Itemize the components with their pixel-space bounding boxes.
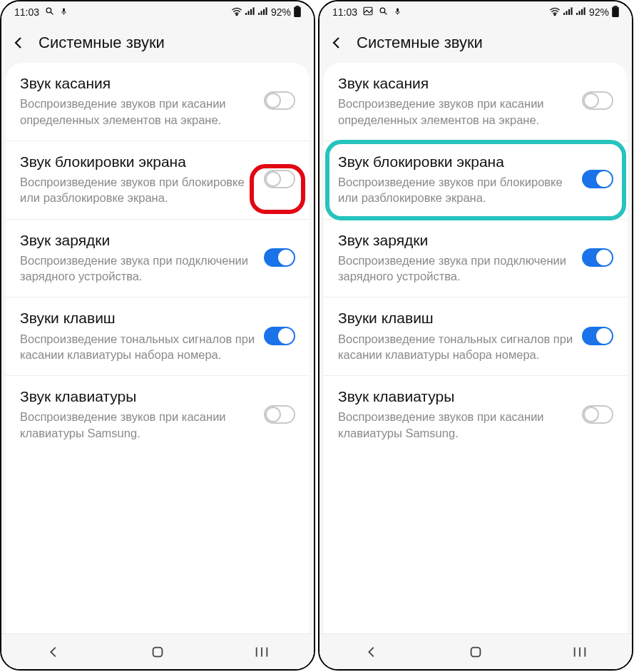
gallery-icon (363, 6, 373, 18)
signal-icon (245, 6, 255, 18)
setting-desc: Воспроизведение звука при подключении за… (338, 253, 573, 285)
svg-rect-14 (294, 6, 301, 16)
setting-charging-sound[interactable]: Звук зарядки Воспроизведение звука при п… (6, 220, 310, 298)
setting-touch-sound[interactable]: Звук касания Воспроизведение звуков при … (324, 63, 628, 141)
setting-title: Звук блокировки экрана (338, 153, 573, 171)
setting-keyboard-sound[interactable]: Звук клавиатуры Воспроизведение звуков п… (324, 376, 628, 454)
setting-title: Звук клавиатуры (338, 387, 573, 406)
svg-rect-28 (571, 7, 572, 15)
svg-rect-6 (247, 11, 249, 15)
back-button[interactable] (10, 34, 27, 51)
back-button[interactable] (328, 34, 345, 51)
search-icon (45, 6, 54, 18)
setting-dialpad-sound[interactable]: Звуки клавиш Воспроизведение тональных с… (324, 297, 628, 376)
wifi-icon (549, 6, 561, 18)
nav-recents-icon[interactable] (572, 646, 588, 658)
setting-desc: Воспроизведение звуков при касании опред… (338, 96, 573, 128)
nav-recents-icon[interactable] (254, 646, 270, 658)
status-bar: 11:03 92% (1, 1, 314, 23)
toggle-keyboard-sound[interactable] (264, 405, 295, 424)
nav-home-icon[interactable] (468, 644, 484, 660)
svg-rect-27 (568, 9, 570, 15)
page-title: Системные звуки (39, 34, 165, 52)
setting-title: Звук блокировки экрана (20, 153, 255, 171)
settings-list: Звук касания Воспроизведение звуков при … (324, 63, 628, 633)
svg-point-20 (380, 8, 385, 13)
setting-lock-sound[interactable]: Звук блокировки экрана Воспроизведение з… (324, 141, 628, 220)
microphone-icon (60, 6, 68, 19)
battery-percentage: 92% (589, 6, 609, 18)
svg-rect-30 (578, 11, 580, 15)
svg-rect-5 (245, 13, 247, 15)
setting-desc: Воспроизведение звуков при блокировке ил… (20, 174, 255, 206)
toggle-dialpad-sound[interactable] (264, 327, 295, 345)
svg-rect-26 (566, 11, 567, 15)
setting-title: Звук клавиатуры (20, 387, 255, 406)
toggle-lock-sound[interactable] (582, 170, 613, 188)
phone-right: 11:03 92% (318, 0, 633, 671)
toggle-charging-sound[interactable] (264, 248, 295, 267)
setting-lock-sound[interactable]: Звук блокировки экрана Воспроизведение з… (6, 141, 310, 220)
toggle-keyboard-sound[interactable] (582, 405, 613, 424)
setting-title: Звук зарядки (20, 231, 255, 250)
setting-title: Звук касания (20, 74, 255, 93)
svg-rect-22 (397, 8, 399, 11)
page-title: Системные звуки (357, 34, 483, 52)
setting-keyboard-sound[interactable]: Звук клавиатуры Воспроизведение звуков п… (6, 376, 310, 454)
svg-line-21 (384, 12, 387, 14)
setting-title: Звуки клавиш (20, 309, 255, 327)
nav-back-icon[interactable] (364, 644, 379, 660)
setting-desc: Воспроизведение звука при подключении за… (20, 253, 255, 285)
svg-rect-29 (576, 13, 578, 15)
setting-desc: Воспроизведение тональных сигналов при к… (20, 331, 255, 363)
toggle-dialpad-sound[interactable] (582, 327, 613, 345)
setting-desc: Воспроизведение тональных сигналов при к… (338, 331, 573, 363)
toggle-charging-sound[interactable] (582, 248, 613, 267)
setting-touch-sound[interactable]: Звук касания Воспроизведение звуков при … (6, 63, 310, 141)
svg-rect-10 (260, 11, 262, 15)
settings-list: Звук касания Воспроизведение звуков при … (6, 63, 310, 633)
svg-rect-11 (263, 9, 265, 15)
status-time: 11:03 (332, 6, 357, 18)
nav-back-icon[interactable] (46, 644, 61, 660)
setting-desc: Воспроизведение звуков при касании опред… (20, 96, 255, 128)
setting-title: Звук зарядки (338, 231, 573, 250)
app-bar: Системные звуки (319, 23, 632, 63)
svg-rect-35 (471, 647, 481, 656)
battery-icon (612, 6, 619, 19)
wifi-icon (231, 6, 242, 18)
toggle-touch-sound[interactable] (264, 91, 295, 110)
svg-rect-12 (265, 7, 267, 15)
svg-line-1 (51, 12, 53, 14)
setting-title: Звуки клавиш (338, 309, 573, 327)
toggle-lock-sound[interactable] (264, 170, 295, 188)
setting-title: Звук касания (338, 74, 573, 93)
search-icon (379, 6, 388, 18)
toggle-touch-sound[interactable] (582, 91, 613, 110)
svg-rect-25 (563, 13, 565, 15)
svg-rect-9 (258, 13, 260, 15)
svg-rect-8 (252, 7, 254, 15)
svg-rect-15 (153, 647, 163, 656)
svg-rect-7 (250, 9, 252, 15)
app-bar: Системные звуки (1, 23, 314, 63)
setting-desc: Воспроизведение звуков при блокировке ил… (338, 174, 573, 206)
svg-point-0 (46, 8, 51, 13)
svg-rect-32 (583, 7, 585, 15)
signal-icon (563, 6, 573, 18)
status-time: 11:03 (14, 6, 39, 18)
svg-point-24 (554, 14, 556, 16)
setting-desc: Воспроизведение звуков при касании клави… (338, 409, 573, 441)
navigation-bar (319, 633, 632, 669)
svg-point-4 (236, 14, 237, 16)
setting-desc: Воспроизведение звуков при касании клави… (20, 409, 255, 441)
setting-charging-sound[interactable]: Звук зарядки Воспроизведение звука при п… (324, 220, 628, 298)
battery-icon (294, 6, 301, 19)
svg-rect-34 (612, 6, 619, 16)
microphone-icon (394, 6, 402, 19)
signal-icon-2 (576, 6, 586, 18)
setting-dialpad-sound[interactable]: Звуки клавиш Воспроизведение тональных с… (6, 297, 310, 376)
signal-icon-2 (258, 6, 268, 18)
svg-rect-2 (63, 8, 65, 11)
nav-home-icon[interactable] (150, 644, 165, 660)
